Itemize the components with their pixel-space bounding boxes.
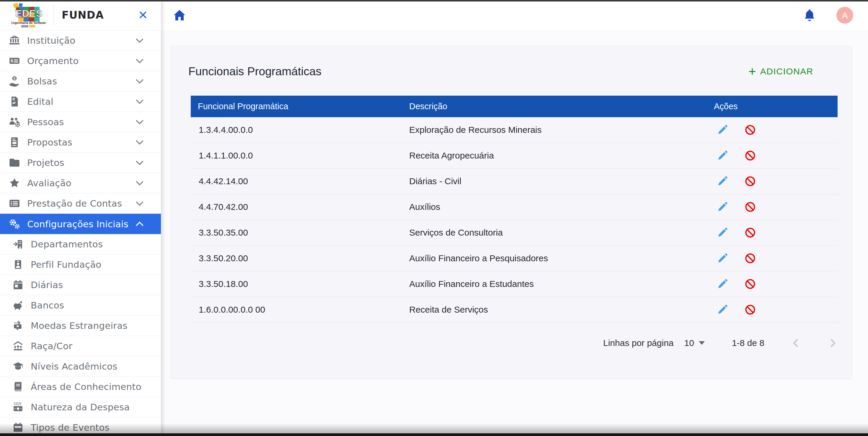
hand-holding-dollar-icon: $ [7, 75, 22, 87]
avatar-initial: A [842, 10, 848, 20]
chevron-down-icon [135, 76, 144, 86]
sidebar-item-label: Configurações Iniciais [27, 219, 135, 229]
logo-subtitle: Engenharia de Software [11, 21, 46, 25]
edit-pencil-icon[interactable] [717, 304, 728, 315]
ban-icon[interactable] [745, 201, 756, 213]
cell-funcional-programatica: 3.3.50.35.00 [191, 227, 409, 238]
ban-icon[interactable] [745, 176, 756, 187]
svg-text:EDES: EDES [16, 8, 43, 19]
sidebar-item-moedas-estrangeiras[interactable]: Moedas Estrangeiras [0, 316, 161, 336]
cell-funcional-programatica: 3.3.50.18.00 [191, 279, 409, 289]
chevron-down-icon [135, 97, 144, 106]
cell-funcional-programatica: 1.4.1.1.00.0.0 [191, 151, 409, 161]
rows-per-page-select[interactable]: 10 [684, 338, 705, 348]
sidebar-item-avaliacao[interactable]: Avaliação [0, 173, 161, 193]
cell-descricao: Receita de Serviços [409, 305, 711, 315]
cell-funcional-programatica: 4.4.70.42.00 [191, 202, 409, 212]
table-row: 4.4.70.42.00 Auxílios [191, 194, 838, 220]
edit-pencil-icon[interactable] [717, 201, 728, 213]
table-row: 3.3.50.20.00 Auxílio Financeiro a Pesqui… [191, 246, 838, 271]
sidebar-item-label: Instituição [27, 35, 135, 46]
ban-icon[interactable] [745, 304, 756, 315]
ban-icon[interactable] [745, 124, 756, 135]
pagination-prev-button[interactable] [791, 338, 801, 348]
piggy-bank-icon [11, 299, 25, 311]
cell-acoes [711, 253, 838, 264]
table-row: 1.6.0.0.00.0.0 00 Receita de Serviços [191, 297, 838, 323]
chevron-down-icon [135, 158, 144, 167]
sidebar-item-label: Propostas [27, 137, 135, 148]
sidebar-item-label: Diárias [31, 280, 144, 290]
cell-acoes [711, 150, 838, 161]
sidebar-item-label: Níveis Acadêmicos [31, 361, 144, 372]
page-title: Funcionais Programáticas [188, 65, 321, 78]
content: Funcionais Programáticas + ADICIONAR Fun… [161, 30, 868, 436]
sidebar-item-projetos[interactable]: Projetos [0, 153, 161, 173]
sidebar-item-edital[interactable]: Edital [0, 92, 161, 112]
sidebar-item-areas-de-conhecimento[interactable]: Áreas de Conhecimento [0, 377, 161, 397]
ban-icon[interactable] [745, 150, 756, 161]
edit-pencil-icon[interactable] [717, 227, 728, 238]
edit-pencil-icon[interactable] [717, 124, 728, 135]
funcionais-table: Funcional Programática Descrição Ações 1… [191, 96, 838, 323]
ban-icon[interactable] [745, 278, 756, 289]
sidebar-item-perfil-fundacao[interactable]: Perfil Fundação [0, 254, 161, 275]
sidebar-item-label: Tipos de Eventos [31, 422, 144, 433]
sidebar-item-configuracoes-iniciais[interactable]: Configurações Iniciais [0, 214, 161, 234]
window-top-edge [0, 0, 868, 1]
sidebar-item-niveis-academicos[interactable]: Níveis Acadêmicos [0, 356, 161, 377]
calendar-day-icon [11, 279, 25, 291]
funcionais-programaticas-card: Funcionais Programáticas + ADICIONAR Fun… [170, 46, 852, 379]
sidebar-item-orcamento[interactable]: $ Orçamento [0, 51, 161, 71]
sidebar-item-label: Moedas Estrangeiras [31, 320, 144, 331]
chevron-down-icon [135, 56, 144, 65]
edit-pencil-icon[interactable] [717, 253, 728, 264]
sidebar: EDES Engenharia de Software FUNDA ✕ Inst… [0, 0, 161, 436]
sidebar-item-bancos[interactable]: Bancos [0, 295, 161, 316]
sidebar-item-bolsas[interactable]: $ Bolsas [0, 71, 161, 92]
cell-descricao: Auxílio Financeiro a Estudantes [409, 279, 711, 289]
ban-icon[interactable] [745, 227, 756, 238]
calendar-icon [11, 422, 25, 433]
add-button[interactable]: + ADICIONAR [748, 66, 813, 76]
cell-descricao: Diárias - Civil [409, 176, 711, 186]
sidebar-item-label: Bolsas [27, 76, 135, 87]
card-header: Funcionais Programáticas + ADICIONAR [171, 46, 852, 96]
sidebar-item-prestacao-de-contas[interactable]: Prestação de Contas [0, 193, 161, 214]
close-icon[interactable]: ✕ [138, 9, 148, 21]
pagination-next-button[interactable] [828, 338, 838, 348]
bell-icon[interactable] [803, 8, 816, 22]
sidebar-item-natureza-da-despesa[interactable]: Natureza da Despesa [0, 397, 161, 417]
edit-pencil-icon[interactable] [717, 278, 728, 289]
sidebar-item-pessoas[interactable]: Pessoas [0, 112, 161, 132]
cell-funcional-programatica: 3.3.50.20.00 [191, 253, 409, 263]
sidebar-item-label: Avaliação [27, 178, 135, 188]
people-roof-icon [11, 340, 25, 352]
main-area: A Funcionais Programáticas + ADICIONAR F… [161, 0, 868, 436]
ban-icon[interactable] [745, 253, 756, 264]
edit-pencil-icon[interactable] [717, 150, 728, 161]
cell-descricao: Receita Agropecuária [409, 151, 711, 161]
rows-per-page-label: Linhas por página [603, 338, 674, 348]
sidebar-item-departamentos[interactable]: Departamentos [0, 234, 161, 254]
arrow-to-building-icon [11, 238, 25, 250]
cell-descricao: Serviços de Consultoria [409, 227, 711, 238]
rows-per-page-value: 10 [684, 338, 694, 348]
cell-funcional-programatica: 1.6.0.0.00.0.0 00 [191, 305, 409, 315]
sidebar-item-diarias[interactable]: Diárias [0, 275, 161, 295]
sidebar-item-propostas[interactable]: Propostas [0, 132, 161, 153]
home-icon[interactable] [173, 8, 186, 22]
avatar[interactable]: A [836, 7, 853, 24]
sidebar-item-label: Edital [27, 96, 135, 107]
caret-down-icon [699, 341, 705, 345]
table-row: 4.4.42.14.00 Diárias - Civil [191, 168, 838, 194]
graduation-cap-icon [11, 361, 25, 372]
sidebar-item-label: Raça/Cor [31, 341, 144, 351]
cell-acoes [711, 176, 838, 187]
sidebar-item-raca-cor[interactable]: Raça/Cor [0, 336, 161, 356]
chevron-down-icon [135, 137, 144, 147]
sidebar-item-label: Pessoas [27, 117, 135, 127]
edit-pencil-icon[interactable] [717, 176, 728, 187]
file-contract-icon [7, 96, 22, 107]
sidebar-item-instituicao[interactable]: Instituição [0, 30, 161, 51]
